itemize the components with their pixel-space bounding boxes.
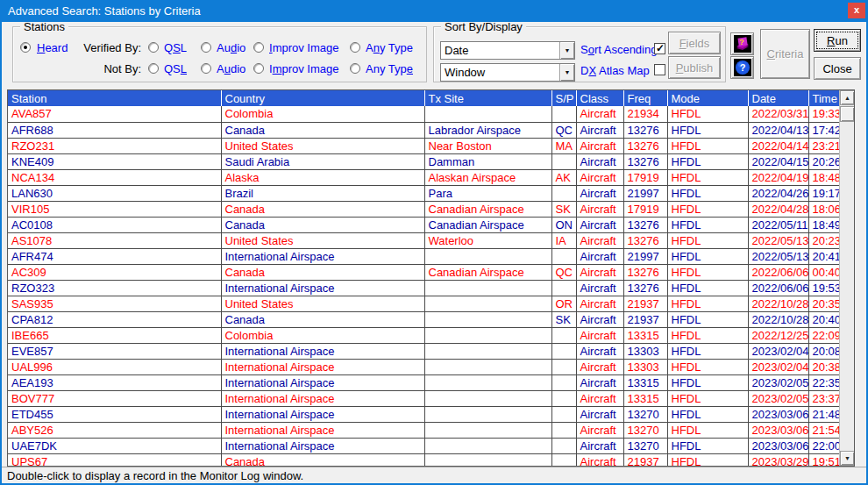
column-header-time[interactable]: Time — [808, 90, 839, 106]
run-button[interactable]: Run — [814, 29, 861, 52]
column-header-cls[interactable]: Class — [576, 90, 623, 106]
cell-freq: 13276 — [623, 138, 667, 153]
table-scrollbar[interactable]: ▲ ▼ — [839, 90, 854, 466]
radio-verified-qsl-label[interactable]: QSL — [164, 41, 187, 54]
cell-freq: 13270 — [623, 406, 667, 422]
radio-notby-audio[interactable] — [201, 63, 211, 74]
radio-heard-label[interactable]: Heard — [37, 41, 68, 54]
cell-time: 23:37 — [808, 390, 839, 406]
radio-notby-any-type-label[interactable]: Any Type — [366, 62, 413, 75]
close-button[interactable]: Close — [814, 57, 861, 80]
table-row[interactable]: RZO231United StatesNear BostonMAAircraft… — [8, 138, 839, 153]
checkbox-dx-atlas-map[interactable] — [654, 64, 665, 75]
radio-verified-improv-image-label[interactable]: Improv Image — [269, 41, 339, 54]
column-header-date[interactable]: Date — [748, 90, 808, 106]
cell-station: AC0108 — [8, 217, 221, 232]
table-row[interactable]: EVE857International AirspaceAircraft1330… — [8, 343, 839, 359]
table-row[interactable]: AS1078United StatesWaterlooIAAircraft132… — [8, 232, 839, 248]
table-row[interactable]: UPS67CanadaAircraft21937HFDL2023/03/2919… — [8, 453, 839, 467]
scroll-up-button[interactable]: ▲ — [840, 90, 855, 105]
column-header-tx_site[interactable]: Tx Site — [424, 90, 551, 106]
cell-sp: QC — [551, 122, 576, 138]
radio-verified-any-type-label[interactable]: Any Type — [366, 41, 413, 54]
cell-mode: HFDL — [667, 390, 748, 406]
cell-tx_site: Damman — [424, 153, 551, 169]
cell-date: 2022/05/13 — [748, 248, 808, 264]
cell-sp: IA — [551, 232, 576, 248]
radio-notby-qsl-label[interactable]: QSL — [164, 62, 187, 75]
table-row[interactable]: NCA134AlaskaAlaskan AirspaceAKAircraft17… — [8, 169, 839, 185]
fields-button[interactable]: Fields — [668, 32, 721, 54]
column-header-sp[interactable]: S/P — [551, 90, 576, 106]
cell-sp: SK — [551, 201, 576, 217]
cell-date: 2022/05/11 — [748, 217, 808, 232]
cell-time: 19:17 — [808, 185, 839, 201]
help-book-button[interactable]: ? — [730, 32, 754, 55]
cell-cls: Aircraft — [576, 185, 623, 201]
cell-tx_site — [424, 359, 551, 374]
column-header-freq[interactable]: Freq — [623, 90, 667, 106]
dropdown-arrow-icon[interactable]: ▼ — [559, 64, 574, 81]
cell-sp — [551, 106, 576, 122]
cell-mode: HFDL — [667, 217, 748, 232]
table-row[interactable]: AFR474International AirspaceAircraft2199… — [8, 248, 839, 264]
column-header-mode[interactable]: Mode — [667, 90, 748, 106]
radio-verified-audio-label[interactable]: Audio — [217, 41, 245, 54]
radio-verified-audio[interactable] — [201, 42, 211, 53]
cell-cls: Aircraft — [576, 280, 623, 296]
table-row[interactable]: LAN630BrazilParaAircraft21997HFDL2022/04… — [8, 185, 839, 201]
results-grid: StationCountryTx SiteS/PClassFreqModeDat… — [7, 89, 855, 467]
table-row[interactable]: UAE7DKInternational AirspaceAircraft1327… — [8, 438, 839, 453]
table-row[interactable]: IBE665ColombiaAircraft13315HFDL2022/12/2… — [8, 327, 839, 343]
cell-country: Canada — [221, 453, 424, 467]
radio-notby-audio-label[interactable]: Audio — [217, 62, 245, 75]
table-row[interactable]: ABY526International AirspaceAircraft1327… — [8, 422, 839, 438]
close-window-button[interactable]: x — [848, 3, 865, 18]
cell-time: 19:33 — [808, 106, 839, 122]
table-row[interactable]: AVA857ColombiaAircraft21934HFDL2022/03/3… — [8, 106, 839, 122]
table-row[interactable]: SAS935United StatesORAircraft21937HFDL20… — [8, 296, 839, 311]
cell-time: 18:06 — [808, 201, 839, 217]
cell-sp — [551, 390, 576, 406]
radio-notby-improv-image[interactable] — [253, 63, 264, 74]
sort-by-select[interactable]: Date ▼ — [440, 41, 575, 60]
table-row[interactable]: AEA193International AirspaceAircraft1331… — [8, 374, 839, 390]
cell-mode: HFDL — [667, 201, 748, 217]
table-row[interactable]: CPA812CanadaSKAircraft21937HFDL2022/10/2… — [8, 311, 839, 327]
cell-cls: Aircraft — [576, 122, 623, 138]
cell-freq: 21997 — [623, 248, 667, 264]
cell-station: AEA193 — [8, 374, 221, 390]
radio-heard[interactable] — [20, 42, 31, 53]
radio-notby-qsl[interactable] — [148, 63, 159, 74]
cell-country: International Airspace — [221, 343, 424, 359]
table-row[interactable]: RZO323International AirspaceAircraft1327… — [8, 280, 839, 296]
cell-country: Saudi Arabia — [221, 153, 424, 169]
cell-tx_site — [424, 327, 551, 343]
scroll-thumb[interactable] — [840, 106, 855, 122]
table-row[interactable]: AC0108CanadaCanadian AirspaceONAircraft1… — [8, 217, 839, 232]
table-row[interactable]: BOV777International AirspaceAircraft1331… — [8, 390, 839, 406]
cell-freq: 21937 — [623, 453, 667, 467]
column-header-station[interactable]: Station — [8, 90, 221, 106]
radio-verified-qsl[interactable] — [148, 42, 159, 53]
publish-button[interactable]: Publish — [668, 56, 721, 79]
checkbox-sort-ascending[interactable] — [654, 43, 665, 54]
cell-country: International Airspace — [221, 359, 424, 374]
help-button[interactable]: ? — [730, 56, 754, 79]
cell-time: 21:54 — [808, 422, 839, 438]
scroll-down-button[interactable]: ▼ — [840, 451, 855, 466]
table-row[interactable]: AC309CanadaCanadian AirspaceQCAircraft13… — [8, 264, 839, 280]
dropdown-arrow-icon[interactable]: ▼ — [559, 42, 574, 59]
table-row[interactable]: AFR688CanadaLabrador AirspaceQCAircraft1… — [8, 122, 839, 138]
radio-verified-any-type[interactable] — [350, 42, 360, 53]
criteria-button[interactable]: Criteria — [760, 29, 810, 79]
table-row[interactable]: UAL996International AirspaceAircraft1330… — [8, 359, 839, 374]
table-row[interactable]: KNE409Saudi ArabiaDammanAircraft13276HFD… — [8, 153, 839, 169]
column-header-country[interactable]: Country — [221, 90, 424, 106]
radio-notby-any-type[interactable] — [350, 63, 360, 74]
display-select[interactable]: Window ▼ — [440, 63, 575, 82]
table-row[interactable]: ETD455International AirspaceAircraft1327… — [8, 406, 839, 422]
radio-notby-improv-image-label[interactable]: Improv Image — [269, 62, 339, 75]
radio-verified-improv-image[interactable] — [253, 42, 264, 53]
table-row[interactable]: VIR105CanadaCanadian AirspaceSKAircraft1… — [8, 201, 839, 217]
